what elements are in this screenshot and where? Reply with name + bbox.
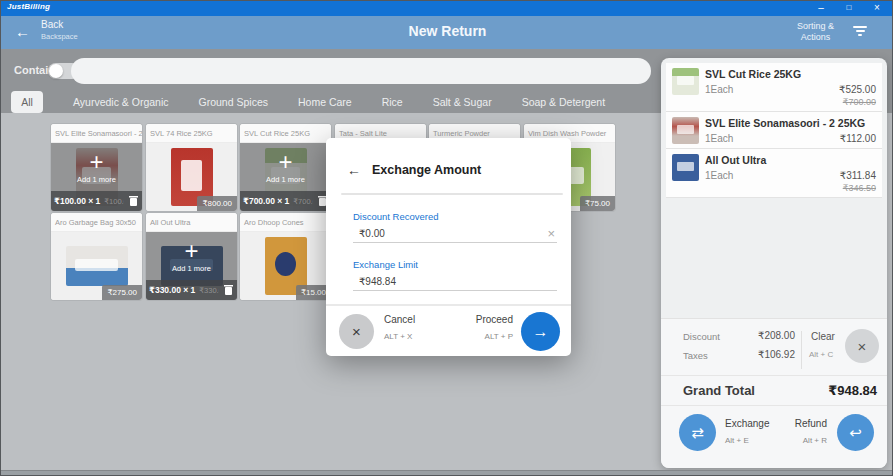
cart-item-row[interactable]: SVL Cut Rice 25KG 1Each ₹525.00 ₹700.00 (666, 63, 882, 112)
clear-field-icon[interactable]: × (547, 229, 555, 239)
price-badge: ₹275.00 (102, 285, 142, 300)
title-bar: JustBilling – □ × (1, 1, 893, 16)
discount-recovered-field: Discount Recovered ₹0.00 × (353, 211, 557, 243)
clear-label: Clear (811, 331, 835, 342)
product-name: SVL Cut Rice 25KG (240, 124, 331, 143)
discount-recovered-input[interactable]: ₹0.00 (359, 228, 547, 239)
clear-shortcut: Alt + C (809, 350, 833, 359)
price-badge: ₹800.00 (197, 196, 237, 211)
trash-icon[interactable] (128, 195, 139, 207)
grand-total-value: ₹948.84 (828, 383, 877, 398)
product-thumbnail (672, 117, 699, 144)
cart-line-bar: ₹100.00 × 1 ₹100.00 (51, 191, 142, 211)
product-name: SVL Elite Sonamasoori - 2 (51, 124, 142, 143)
dialog-title: Exchange Amount (372, 163, 481, 177)
product-tile[interactable]: SVL 74 Rice 25KG ₹800.00 (146, 124, 237, 211)
proceed-arrow-icon: → (533, 323, 549, 341)
tab-all[interactable]: All (11, 91, 43, 113)
exchange-limit-field: Exchange Limit ₹948.84 (353, 259, 557, 291)
filter-icon[interactable] (852, 26, 868, 38)
cart-line-bar: ₹330.00 × 1 ₹330.00 (146, 280, 237, 300)
app-window: JustBilling – □ × ← Back Backspace New R… (0, 0, 893, 476)
exchange-limit-label: Exchange Limit (353, 259, 557, 270)
taxes-value: ₹106.92 (758, 349, 795, 360)
tab-rice[interactable]: Rice (382, 96, 403, 108)
dialog-footer: × Cancel ALT + X Proceed ALT + P → (326, 304, 571, 356)
refund-label: Refund (795, 418, 827, 429)
cart-items-list: SVL Cut Rice 25KG 1Each ₹525.00 ₹700.00 … (661, 58, 887, 198)
grand-total-row: Grand Total ₹948.84 (661, 375, 887, 406)
plus-icon: + (240, 149, 331, 175)
trash-icon[interactable] (223, 284, 234, 296)
dialog-divider (341, 193, 563, 195)
cart-item-row[interactable]: SVL Elite Sonamasoori - 2 25KG 1Each ₹11… (666, 112, 882, 149)
cart-item-old-price: ₹346.50 (705, 183, 876, 193)
maximize-button[interactable]: □ (836, 1, 862, 16)
product-name: Aro Dhoop Cones (240, 213, 331, 232)
product-thumbnail (672, 68, 699, 95)
tab-soap-detergent[interactable]: Soap & Detergent (522, 96, 605, 108)
cancel-button[interactable]: × (339, 314, 374, 349)
clear-button[interactable]: × (845, 329, 879, 363)
category-tabs: All Ayurvedic & Organic Ground Spices Ho… (11, 91, 664, 113)
product-tile[interactable]: All Out Ultra + Add 1 more ₹330.00 × 1 ₹… (146, 213, 237, 300)
tab-ayurvedic-organic[interactable]: Ayurvedic & Organic (73, 96, 169, 108)
cancel-x-icon: × (352, 323, 361, 340)
ghost-price: ₹700.00 (293, 197, 313, 206)
cancel-shortcut: ALT + X (384, 332, 415, 341)
product-thumbnail (672, 154, 699, 181)
cart-item-name: SVL Elite Sonamasoori - 2 25KG (705, 117, 876, 129)
discount-label: Discount (683, 331, 720, 342)
toggle-knob (49, 64, 63, 78)
product-name: All Out Ultra (146, 213, 237, 232)
dialog-back-icon[interactable]: ← (347, 162, 361, 178)
cart-item-old-price: ₹700.00 (705, 97, 876, 107)
add-more-label: Add 1 more (51, 175, 142, 184)
cart-item-price: ₹311.84 (840, 170, 876, 181)
refund-labels: Refund Alt + R (795, 418, 827, 445)
cart-line: ₹330.00 × 1 (149, 285, 195, 295)
price-badge: ₹75.00 (580, 196, 615, 211)
discount-value: ₹208.00 (758, 330, 795, 341)
cart-item-name: All Out Ultra (705, 154, 876, 166)
exchange-button[interactable]: ⇄ (679, 414, 716, 451)
exchange-shortcut: Alt + E (725, 436, 769, 445)
close-button[interactable]: × (864, 1, 890, 16)
refund-icon: ↩ (849, 424, 862, 442)
window-bottom-edge (1, 470, 893, 475)
minimize-button[interactable]: – (808, 1, 834, 16)
tab-salt-sugar[interactable]: Salt & Sugar (433, 96, 492, 108)
app-logo: JustBilling (7, 2, 50, 11)
exchange-label: Exchange (725, 418, 769, 429)
exchange-amount-dialog: ← Exchange Amount Discount Recovered ₹0.… (326, 138, 571, 356)
cart-panel: SVL Cut Rice 25KG 1Each ₹525.00 ₹700.00 … (661, 58, 887, 468)
product-tile[interactable]: Aro Dhoop Cones ₹15.00 (240, 213, 331, 300)
refund-button[interactable]: ↩ (837, 414, 874, 451)
tab-home-care[interactable]: Home Care (298, 96, 352, 108)
tab-ground-spices[interactable]: Ground Spices (199, 96, 268, 108)
clear-x-icon: × (858, 338, 867, 355)
plus-icon: + (51, 149, 142, 175)
page-title: New Return (1, 23, 893, 39)
cart-item-name: SVL Cut Rice 25KG (705, 68, 876, 80)
refund-shortcut: Alt + R (795, 436, 827, 445)
plus-icon: + (146, 238, 237, 264)
proceed-label: Proceed (476, 314, 513, 325)
sorting-actions-button[interactable]: Sorting & Actions (797, 21, 834, 43)
page-header: ← Back Backspace New Return Sorting & Ac… (1, 16, 893, 49)
product-tile[interactable]: SVL Cut Rice 25KG + Add 1 more ₹700.00 ×… (240, 124, 331, 211)
exchange-icon: ⇄ (691, 424, 704, 442)
cancel-labels: Cancel ALT + X (384, 314, 415, 341)
cart-summary: Discount ₹208.00 Taxes ₹106.92 Clear Alt… (661, 318, 887, 468)
cart-item-row[interactable]: All Out Ultra 1Each ₹311.84 ₹346.50 (666, 149, 882, 198)
discount-recovered-label: Discount Recovered (353, 211, 557, 222)
cart-item-qty: 1Each (705, 133, 733, 144)
product-tile[interactable]: Aro Garbage Bag 30x50 ₹275.00 (51, 213, 142, 300)
product-tile[interactable]: SVL Elite Sonamasoori - 2 + Add 1 more ₹… (51, 124, 142, 211)
proceed-labels: Proceed ALT + P (476, 314, 513, 341)
product-name: Aro Garbage Bag 30x50 (51, 213, 142, 232)
cart-item-price: ₹525.00 (839, 84, 876, 95)
search-input[interactable] (71, 58, 651, 84)
ghost-price: ₹330.00 (199, 286, 219, 295)
proceed-button[interactable]: → (521, 312, 560, 351)
